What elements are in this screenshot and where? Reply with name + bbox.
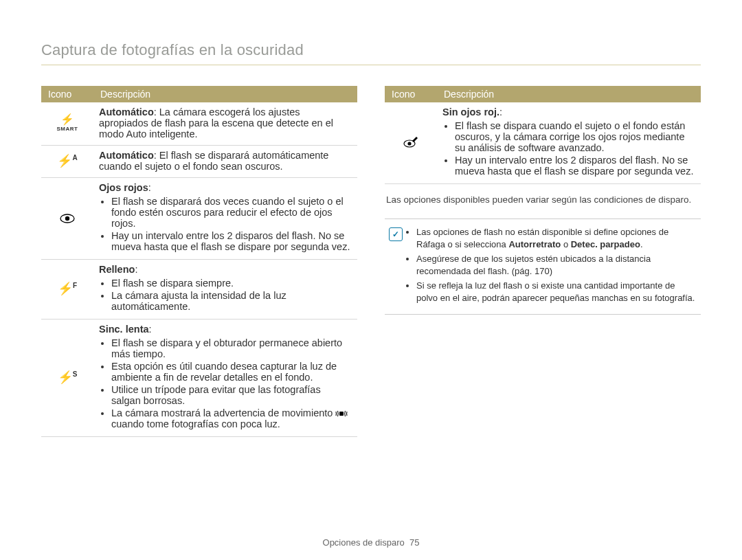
row-lead-bold: Sinc. lenta [99,324,149,335]
table-row: Sin ojos roj.:El flash se dispara cuando… [385,102,701,184]
description-cell: Relleno:El flash se dispara siempre.La c… [93,260,357,320]
smart-icon: ⚡SMART [47,114,88,132]
bullet-item: El flash se dispara siempre. [111,278,352,289]
bullet-item: Utilice un trípode para evitar que las f… [111,384,352,406]
footer-section: Opciones de disparo [323,537,405,548]
th-icon: Icono [41,86,93,102]
row-lead-bold: Ojos rojos [99,182,148,193]
table-row: ⚡SMARTAutomático: La cámara escogerá los… [41,102,357,146]
right-column: Icono Descripción Sin ojos roj.:El flash… [385,86,701,437]
icon-cell: ⚡SMART [41,102,93,146]
icon-cell: ⚡A [41,146,93,178]
bullet-item: El flash se disparará dos veces cuando e… [111,196,352,229]
row-lead-rest: : [135,264,137,275]
description-cell: Sin ojos roj.:El flash se dispara cuando… [437,102,701,184]
info-bullet: Asegúrese de que los sujetos estén ubica… [416,253,697,277]
bullet-item: El flash se dispara cuando el sujeto o e… [455,120,695,153]
info-icon: ✓ [386,226,405,306]
left-icon-table: Icono Descripción ⚡SMARTAutomático: La c… [41,86,357,437]
row-lead-rest: : [499,107,502,117]
page-footer: Opciones de disparo 75 [0,537,742,548]
footer-page: 75 [409,537,419,548]
icon-cell [41,178,93,260]
availability-note: Las opciones disponibles pueden variar s… [386,194,699,206]
row-lead-bold: Automático [99,150,154,161]
description-cell: Automático: La cámara escogerá los ajust… [93,102,357,146]
description-cell: Automático: El flash se disparará automá… [93,146,357,178]
th-desc: Descripción [93,86,357,102]
left-column: Icono Descripción ⚡SMARTAutomático: La c… [41,86,357,437]
row-lead-bold: Sin ojos roj. [442,107,499,117]
bullet-item: Hay un intervalo entre los 2 disparos de… [455,155,695,177]
page-title: Captura de fotografías en la oscuridad [41,41,701,65]
right-icon-table: Icono Descripción Sin ojos roj.:El flash… [385,86,701,184]
bullet-item: La cámara mostrará la advertencia de mov… [111,407,352,429]
bullet-item: El flash se dispara y el obturador perma… [111,337,352,359]
row-lead-rest: : [148,182,151,193]
row-lead-bold: Automático [99,107,154,117]
flash-slow-icon: ⚡S [58,370,78,384]
info-bullet: Si se refleja la luz del flash o si exis… [416,280,697,304]
table-row: ⚡FRelleno:El flash se dispara siempre.La… [41,260,357,320]
red-eye-fix-icon [403,135,418,148]
row-lead-bold: Relleno [99,264,135,275]
table-row: ⚡SSinc. lenta:El flash se dispara y el o… [41,320,357,437]
table-row: Ojos rojos:El flash se disparará dos vec… [41,178,357,260]
bullet-item: La cámara ajusta la intensidad de la luz… [111,290,352,312]
info-box: ✓ Las opciones de flash no están disponi… [385,219,701,314]
flash-fill-icon: ⚡F [58,282,77,295]
flash-auto-icon: ⚡A [57,154,77,168]
icon-cell: ⚡F [41,260,93,320]
svg-point-4 [407,142,411,146]
svg-point-1 [65,216,69,221]
bullet-item: Esta opción es útil cuando desea captura… [111,361,352,383]
info-bullet: Las opciones de flash no están disponibl… [416,226,697,250]
th-icon: Icono [385,86,437,102]
icon-cell: ⚡S [41,320,93,437]
svg-rect-2 [339,412,344,416]
th-desc: Descripción [437,86,701,102]
table-row: ⚡AAutomático: El flash se disparará auto… [41,146,357,178]
bullet-item: Hay un intervalo entre los 2 disparos de… [111,230,352,252]
description-cell: Sinc. lenta:El flash se dispara y el obt… [93,320,357,437]
red-eye-icon [60,211,75,225]
shake-warning-icon [335,407,348,418]
row-lead-rest: : [149,324,152,335]
description-cell: Ojos rojos:El flash se disparará dos vec… [93,178,357,260]
icon-cell [385,102,437,184]
